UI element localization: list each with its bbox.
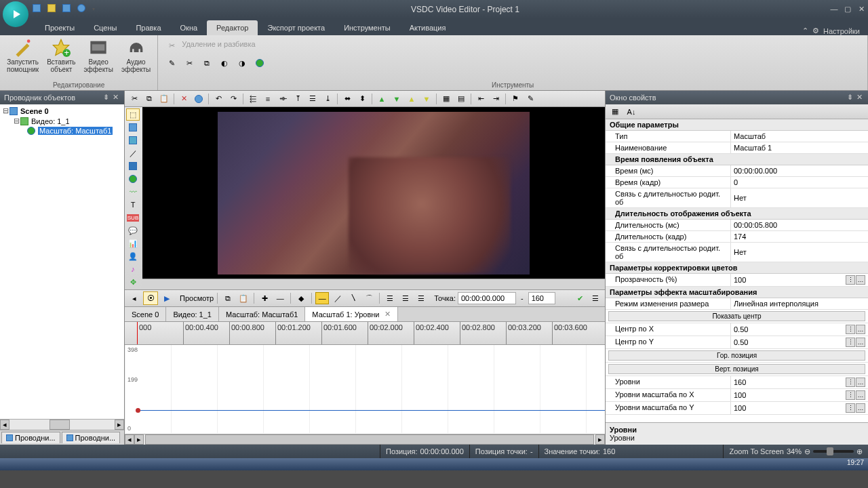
tooltip-tool-icon[interactable]: 💬 bbox=[126, 224, 140, 237]
timeline-graph[interactable]: 398 199 0 bbox=[125, 345, 605, 433]
subtitle-tool-icon[interactable]: SUB bbox=[126, 211, 140, 224]
point-value-input[interactable] bbox=[528, 292, 555, 304]
move-tool-icon[interactable]: ✥ bbox=[126, 276, 140, 288]
object-tree[interactable]: ⊟Scene 0 ⊟Видео: 1_1 Масштаб: Масштаб1 bbox=[0, 104, 124, 419]
tb-undo-icon[interactable]: ↶ bbox=[212, 93, 225, 105]
prop-section-scale[interactable]: Параметры эффекта масштабирования bbox=[606, 287, 868, 298]
tb-layer2-icon[interactable]: ▤ bbox=[454, 93, 468, 105]
zoom-out-icon[interactable]: ⊖ bbox=[804, 447, 810, 456]
tl-menu-icon[interactable]: ☰ bbox=[589, 292, 602, 304]
props-close-icon[interactable]: ✕ bbox=[854, 93, 864, 102]
tl-check-icon[interactable]: ✔ bbox=[573, 292, 587, 304]
explorer-tab-2[interactable]: Проводни... bbox=[62, 432, 121, 443]
tl-list3-icon[interactable]: ☰ bbox=[414, 292, 428, 304]
close-button[interactable]: ✕ bbox=[854, 3, 868, 16]
line-tool-icon[interactable]: ／ bbox=[126, 147, 140, 159]
tb-circle-icon[interactable] bbox=[192, 93, 205, 105]
image-tool-icon[interactable] bbox=[126, 134, 140, 146]
tb-align-bot-icon[interactable]: ⤓ bbox=[321, 93, 334, 105]
tl-curve1-icon[interactable]: ／ bbox=[331, 292, 344, 304]
tl-prev-icon[interactable]: ◂ bbox=[127, 292, 141, 304]
timeline-ruler[interactable]: 000 00:00.400 00:00.800 00:01.200 00:01.… bbox=[125, 322, 605, 345]
more-btn[interactable]: … bbox=[856, 403, 865, 413]
play-icon[interactable]: ▶ bbox=[160, 292, 174, 304]
tl-record-icon[interactable]: ⦿ bbox=[143, 291, 158, 305]
tl-add-icon[interactable]: ✚ bbox=[258, 292, 271, 304]
person-tool-icon[interactable]: 👤 bbox=[126, 250, 140, 262]
tab-projects[interactable]: Проекты bbox=[35, 20, 84, 35]
collapse-ribbon-icon[interactable]: ⌃ bbox=[802, 26, 808, 35]
pin-icon[interactable]: ⇟ bbox=[101, 93, 111, 102]
spinner-btn[interactable]: ⋮ bbox=[846, 275, 855, 285]
tree-node-video[interactable]: ⊟Видео: 1_1 bbox=[1, 116, 123, 126]
tb-flip-h-icon[interactable]: ⬌ bbox=[340, 93, 354, 105]
tl-kf1-icon[interactable]: ◆ bbox=[294, 292, 308, 304]
timeline-tab-scale[interactable]: Масштаб: Масштаб1 bbox=[219, 307, 305, 321]
tab-export[interactable]: Экспорт проекта bbox=[258, 20, 334, 35]
point-time-input[interactable] bbox=[458, 292, 516, 304]
tb-layer1-icon[interactable]: ▦ bbox=[439, 93, 453, 105]
audio-tool-icon[interactable]: ♪ bbox=[126, 263, 140, 275]
tb-align-mid-icon[interactable]: ☰ bbox=[306, 93, 319, 105]
tb-copy-icon[interactable]: ⧉ bbox=[142, 93, 156, 105]
spinner-btn[interactable]: ⋮ bbox=[846, 403, 855, 413]
tl-curve3-icon[interactable]: ⌒ bbox=[362, 292, 376, 304]
tb-cut-icon[interactable]: ✂ bbox=[127, 93, 141, 105]
tb-arrow-up-icon[interactable]: ▲ bbox=[375, 93, 389, 105]
insert-object-button[interactable]: + Вставить объект bbox=[44, 37, 78, 75]
tl-copy-icon[interactable]: ⧉ bbox=[221, 292, 235, 304]
tb-arrow-down2-icon[interactable]: ▼ bbox=[420, 93, 433, 105]
tab-edit[interactable]: Правка bbox=[126, 20, 170, 35]
spinner-btn[interactable]: ⋮ bbox=[846, 325, 855, 334]
video-tool-icon[interactable] bbox=[126, 160, 140, 172]
more-btn[interactable]: … bbox=[856, 325, 865, 334]
tb-align-left-icon[interactable]: ⬱ bbox=[246, 93, 260, 105]
tb-redo-icon[interactable]: ↷ bbox=[226, 93, 240, 105]
tab-scenes[interactable]: Сцены bbox=[84, 20, 126, 35]
timeline-body[interactable]: 000 00:00.400 00:00.800 00:01.200 00:01.… bbox=[125, 322, 605, 434]
timeline-tab-scene[interactable]: Scene 0 bbox=[125, 307, 166, 321]
tree-node-scale[interactable]: Масштаб: Масштаб1 bbox=[1, 126, 123, 136]
qat-save-icon[interactable] bbox=[62, 4, 73, 15]
timeline-tab-video[interactable]: Видео: 1_1 bbox=[166, 307, 219, 321]
hor-pos-button[interactable]: Гор. позиция bbox=[608, 350, 865, 361]
tool-icon-3[interactable]: ⧉ bbox=[199, 56, 214, 70]
tree-node-scene[interactable]: ⊟Scene 0 bbox=[1, 106, 123, 116]
vert-pos-button[interactable]: Верт. позиция bbox=[608, 364, 865, 374]
spinner-btn[interactable]: ⋮ bbox=[846, 378, 855, 387]
audio-effects-button[interactable]: Аудио эффекты bbox=[119, 37, 153, 75]
chart-tool-icon[interactable]: 📊 bbox=[126, 237, 140, 249]
prop-cat-icon[interactable]: ▦ bbox=[608, 106, 622, 118]
tab-tools[interactable]: Инструменты bbox=[334, 20, 400, 35]
text-tool-icon[interactable]: T bbox=[126, 199, 140, 211]
tool-icon-4[interactable]: ◐ bbox=[217, 56, 232, 70]
tab-activation[interactable]: Активация bbox=[400, 20, 456, 35]
explorer-tab-1[interactable]: Проводни... bbox=[1, 432, 60, 443]
rect-tool-icon[interactable] bbox=[126, 121, 140, 134]
launch-wizard-button[interactable]: Запустить помощник bbox=[4, 37, 41, 75]
prop-section-appear[interactable]: Время появления объекта bbox=[606, 154, 868, 165]
tl-remove-icon[interactable]: — bbox=[273, 292, 287, 304]
tb-pen-icon[interactable]: ✎ bbox=[524, 93, 537, 105]
maximize-button[interactable]: ▢ bbox=[841, 3, 854, 16]
preview-hscroll[interactable] bbox=[142, 279, 605, 289]
settings-label[interactable]: Настройки bbox=[823, 27, 860, 35]
tl-paste-icon[interactable]: 📋 bbox=[237, 292, 250, 304]
panel-close-icon[interactable]: ✕ bbox=[111, 93, 120, 102]
qat-dropdown-icon[interactable] bbox=[92, 4, 103, 15]
tab-close-icon[interactable]: ✕ bbox=[384, 310, 391, 319]
show-center-button[interactable]: Показать центр bbox=[608, 311, 865, 321]
tl-list2-icon[interactable]: ☰ bbox=[399, 292, 412, 304]
more-btn[interactable]: … bbox=[856, 390, 865, 400]
more-btn[interactable]: … bbox=[856, 275, 865, 285]
tree-hscroll[interactable]: ◂▸ bbox=[0, 419, 124, 430]
timeline-tab-levels[interactable]: Масштаб 1: Уровни✕ bbox=[305, 307, 398, 321]
ellipse-tool-icon[interactable] bbox=[126, 173, 140, 185]
spinner-btn[interactable]: ⋮ bbox=[846, 338, 855, 347]
tb-align-top-icon[interactable]: ⤒ bbox=[291, 93, 304, 105]
tl-line-yellow-icon[interactable]: — bbox=[315, 292, 329, 304]
tool-icon-2[interactable]: ✂ bbox=[182, 56, 197, 70]
tb-arrow-up2-icon[interactable]: ▲ bbox=[405, 93, 418, 105]
more-btn[interactable]: … bbox=[856, 378, 865, 387]
spinner-btn[interactable]: ⋮ bbox=[846, 390, 855, 400]
